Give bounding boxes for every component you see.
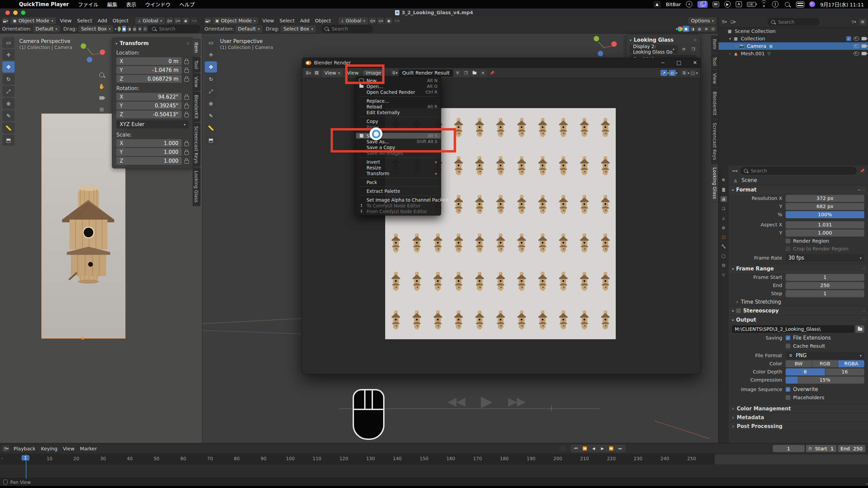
display-mode-icon[interactable]: ❏▾ — [730, 19, 736, 25]
axis-z-handle[interactable] — [87, 57, 92, 62]
xray-icon[interactable]: ⊡ — [143, 26, 147, 32]
npanel-tab-looking-glass[interactable]: Looking Glass — [711, 164, 718, 202]
viewport-left-search-input[interactable] — [158, 26, 197, 32]
bitbar-label[interactable]: BitBar — [666, 2, 681, 7]
npanel-tab-item[interactable]: Item — [711, 36, 718, 53]
shading-solid-icon[interactable]: ▣ — [122, 26, 126, 32]
value-field[interactable]: 250 — [786, 282, 864, 289]
chevron-down-icon[interactable]: ▾ — [115, 27, 116, 31]
barcode-icon[interactable] — [713, 2, 719, 7]
color-option-rgb[interactable]: RGB — [812, 360, 838, 367]
menubar-clock[interactable]: 9月17日(水) 11:11 — [820, 1, 864, 8]
copy-tile-icon[interactable] — [697, 1, 708, 8]
duplicate-icon[interactable]: ❐ — [461, 69, 470, 77]
properties-tab-render[interactable]: ◙ — [721, 187, 727, 192]
tool-move[interactable]: ✥ — [205, 61, 217, 73]
npanel-tab-screencast-keys[interactable]: Screencast Keys — [711, 119, 718, 163]
menu-item-pack[interactable]: Pack — [356, 179, 441, 185]
options-dropdown[interactable]: Options▾ — [688, 17, 716, 24]
value-field[interactable]: X0 m — [116, 57, 182, 65]
camera-toggle-icon[interactable] — [862, 37, 866, 40]
viewport-camera[interactable]: ⬓▾ ▣Object Mode▾ ViewSelectAddObject ⟂Gl… — [0, 17, 202, 443]
pivot-point-icon[interactable]: ◎▾ — [369, 18, 376, 24]
depth-option-8[interactable]: 8 — [786, 368, 825, 375]
vp-center-menu-object[interactable]: Object — [312, 18, 334, 23]
depth-option-16[interactable]: 16 — [825, 368, 865, 375]
axis-x-handle[interactable] — [611, 41, 617, 47]
amphetamine-icon[interactable]: 1 — [772, 1, 778, 7]
editor-type-icon[interactable]: 🖻▾ — [305, 70, 312, 76]
auto-keying-icon[interactable]: ◦ — [559, 446, 566, 452]
menubar-menu-[interactable]: 表示 — [122, 1, 141, 8]
npanel-tab-tool[interactable]: Tool — [193, 57, 200, 73]
axis-y-handle[interactable] — [81, 43, 86, 49]
lock-icon[interactable] — [184, 78, 189, 82]
properties-tab-constraints[interactable]: ⛓ — [721, 263, 727, 268]
editor-type-icon[interactable]: ≔▾ — [731, 168, 738, 174]
timeline-tick-80[interactable]: 80 — [234, 456, 240, 461]
tool-add-cube[interactable]: ⬒ — [205, 135, 217, 146]
timeline-tick-90[interactable]: 90 — [261, 456, 267, 461]
panel-drag-grip[interactable]: ∷ — [694, 38, 697, 42]
play-reverse-button[interactable]: ◀ — [590, 445, 598, 452]
value-field[interactable]: Z-0.50413° — [116, 110, 182, 118]
panel-post-processing[interactable]: Post Processing — [729, 422, 868, 430]
browse-image-icon[interactable]: 🖻▾ — [390, 69, 399, 77]
falloff-icon[interactable]: ∿▾ — [394, 18, 400, 24]
output-path-field[interactable]: M:\CLIENTS\SPD\3_2_Looking_Glass\ — [732, 325, 854, 333]
playhead[interactable] — [26, 454, 26, 479]
timeline-tick-220[interactable]: 220 — [607, 456, 616, 461]
npanel-tab-view[interactable]: View — [193, 73, 200, 91]
menu-item-transform[interactable]: Transform▸ — [356, 170, 441, 176]
tool-rotate[interactable]: ↻ — [2, 74, 15, 85]
pivot-point-icon[interactable]: ◎▾ — [166, 18, 173, 24]
file-extensions-checkbox[interactable]: ✓ — [786, 336, 790, 340]
npanel-tab-view[interactable]: View — [711, 70, 718, 87]
file-format-dropdown[interactable]: 🖺PNG▾ — [786, 352, 864, 359]
value-field[interactable]: Z1.000 — [116, 157, 182, 165]
npanel-tab-item[interactable]: Item — [193, 39, 200, 56]
axis-z-handle[interactable] — [598, 51, 603, 56]
prev-keyframe-button[interactable]: ⏪ — [581, 445, 589, 452]
fast-forward-icon[interactable]: ▶▶ — [508, 394, 526, 408]
play-circle-icon[interactable]: ▶ — [724, 1, 731, 7]
pin-icon[interactable]: 📌 — [489, 70, 495, 76]
lock-icon[interactable] — [184, 69, 189, 73]
menu-item-open[interactable]: Open...Alt O — [356, 83, 441, 89]
lock-icon[interactable] — [184, 105, 189, 108]
checkbox-toggle-icon[interactable]: ✓ — [846, 36, 851, 41]
transform-orientation-dropdown[interactable]: ⟂Global▾ — [135, 17, 165, 24]
lock-icon[interactable] — [184, 151, 189, 155]
rewind-icon[interactable]: ◀◀ — [448, 394, 465, 408]
panel-time-stretching[interactable]: Time Stretching — [729, 298, 868, 306]
menu-item-set-image-alpha-to-channel-packed[interactable]: Set Image Alpha to Channel Packed — [356, 197, 441, 203]
tool-transform[interactable]: ⊕ — [205, 98, 217, 109]
app-tile-icon[interactable]: ▲ — [653, 1, 661, 8]
vp-center-menu-select[interactable]: Select — [277, 18, 297, 23]
npanel-tab-screencast-keys[interactable]: Screencast Keys — [193, 123, 200, 167]
viewport-left-search[interactable] — [149, 25, 200, 33]
properties-tab-output[interactable]: 🖨 — [721, 196, 727, 202]
properties-tab-object[interactable]: ▢ — [721, 234, 727, 240]
lock-icon[interactable] — [184, 142, 189, 146]
timeline-menu-marker[interactable]: Marker — [77, 446, 100, 451]
tool-annotate[interactable]: ✎ — [205, 110, 217, 121]
sidebar-expand-arrow[interactable]: › — [1, 456, 3, 461]
new-collection-icon[interactable]: ⊞ — [859, 19, 866, 25]
vp-left-menu-add[interactable]: Add — [95, 18, 110, 23]
npanel-tab-tool[interactable]: Tool — [711, 54, 718, 69]
value-field[interactable]: Y-1.0476 m — [116, 66, 182, 74]
editor-type-icon[interactable]: ⬓▾ — [2, 18, 9, 24]
value-field[interactable]: 1 — [786, 274, 864, 281]
timeline-tick-1[interactable]: 1 — [22, 455, 29, 461]
outliner-row-camera[interactable]: ›📷Camera▣ — [718, 42, 868, 50]
menubar-menu-[interactable]: ヘルプ — [175, 1, 199, 8]
shading-solid-icon[interactable]: ▣ — [683, 26, 689, 32]
lg-display-dropdown[interactable]: Display 2: Looking Glass Go▾ — [630, 45, 678, 53]
window-icon[interactable]: ❐ — [690, 46, 697, 52]
timeline-tick-30[interactable]: 30 — [100, 456, 106, 461]
value-field[interactable]: 1.031 — [786, 221, 864, 228]
transform-orientation-dropdown[interactable]: ⟂Global▾ — [338, 17, 368, 24]
material-preview-sphere-icon[interactable] — [677, 26, 683, 32]
timeline-tick-70[interactable]: 70 — [207, 456, 213, 461]
